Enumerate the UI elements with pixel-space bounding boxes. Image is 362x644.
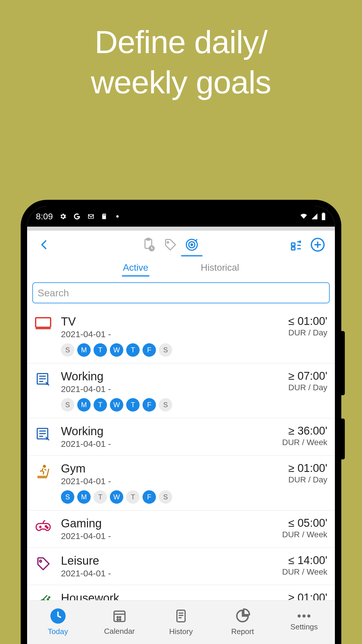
goal-title: Leisure [61, 554, 259, 567]
goal-date: 2021-04-01 - [61, 384, 259, 394]
day-pill: F [143, 343, 156, 357]
goal-date: 2021-04-01 - [61, 439, 259, 449]
svg-point-31 [117, 617, 118, 618]
bottom-nav-settings[interactable]: Settings [273, 613, 335, 631]
goal-title: Housework [61, 592, 259, 600]
svg-point-3 [167, 242, 168, 243]
dots-icon [297, 613, 311, 620]
goal-item[interactable]: Gym 2021-04-01 - SMTWTFS ≥ 01:00' DUR / … [27, 456, 335, 510]
day-pill: M [77, 343, 91, 357]
day-pill: S [159, 398, 172, 412]
svg-point-22 [45, 526, 47, 527]
svg-point-33 [117, 619, 118, 620]
reorder-icon[interactable] [287, 236, 305, 254]
goal-item[interactable]: TV 2021-04-01 - SMTWTFS ≤ 01:00' DUR / D… [27, 309, 335, 363]
status-bar: 8:09 [27, 206, 335, 227]
tag-icon[interactable] [161, 236, 179, 254]
svg-point-25 [47, 599, 49, 600]
day-pill: M [77, 490, 91, 504]
battery-icon [321, 212, 326, 220]
goal-unit: DUR / Day [266, 328, 327, 337]
svg-rect-7 [291, 243, 295, 246]
bottom-nav-today[interactable]: Today [27, 608, 89, 636]
goal-date: 2021-04-01 - [61, 329, 259, 339]
phone-frame: 8:09 [21, 200, 341, 644]
search-input[interactable] [32, 282, 330, 303]
promo-title: Define daily/ weekly goals [91, 22, 271, 102]
signal-icon [311, 213, 318, 220]
status-time: 8:09 [36, 211, 53, 221]
bottom-nav-label: History [169, 627, 193, 636]
day-pill: S [159, 343, 172, 357]
goal-unit: DUR / Week [266, 567, 327, 577]
bottom-nav-history[interactable]: History [150, 608, 212, 636]
bottom-nav-label: Calendar [104, 627, 135, 636]
svg-point-24 [40, 560, 42, 562]
screen: 8:09 [27, 206, 335, 644]
day-pill: T [126, 490, 140, 504]
calendar-icon [112, 609, 127, 624]
goal-item[interactable]: Leisure 2021-04-01 - ≤ 14:00' DUR / Week [27, 548, 335, 585]
svg-rect-8 [291, 247, 295, 250]
tv-icon [33, 315, 53, 357]
day-pill: W [110, 343, 123, 357]
gear-icon [59, 213, 67, 220]
tag-icon [33, 554, 53, 578]
goal-title: Working [61, 425, 259, 438]
bottom-nav-report[interactable]: Report [212, 608, 273, 636]
toolbar-active-underline [181, 255, 203, 256]
dot-icon [116, 215, 119, 218]
google-g-icon [73, 213, 81, 220]
gamepad-icon [33, 517, 53, 541]
goals-list[interactable]: TV 2021-04-01 - SMTWTFS ≤ 01:00' DUR / D… [27, 309, 335, 600]
mail-icon [87, 213, 95, 220]
sd-card-icon [101, 213, 108, 220]
bottom-nav-label: Today [48, 627, 68, 636]
report-icon [235, 608, 250, 625]
target-icon[interactable] [183, 236, 201, 254]
goal-item[interactable]: Working 2021-04-01 - ≥ 36:00' DUR / Week [27, 418, 335, 456]
goal-unit: DUR / Day [266, 475, 327, 484]
day-pill: W [110, 398, 123, 412]
day-pill: S [61, 398, 74, 412]
svg-point-20 [43, 465, 45, 467]
segment-tabs: Active Historical [27, 258, 335, 279]
svg-rect-10 [36, 318, 50, 327]
day-pill: T [94, 343, 107, 357]
day-pill: T [94, 398, 107, 412]
goal-title: TV [61, 315, 259, 328]
day-pill: F [143, 398, 156, 412]
back-button[interactable] [35, 236, 53, 254]
days-row: SMTWTFS [61, 343, 259, 357]
goal-item[interactable]: Housework 2021-04-01 - Everyday ≥ 01:00'… [27, 585, 335, 600]
svg-point-23 [47, 527, 48, 528]
bottom-nav-label: Report [231, 627, 254, 636]
clipboard-clock-icon[interactable] [140, 236, 158, 254]
day-pill: M [77, 398, 91, 412]
day-pill: W [110, 490, 123, 504]
bottom-nav-label: Settings [290, 622, 318, 631]
day-pill: T [126, 343, 140, 357]
goal-item[interactable]: Gaming 2021-04-01 - ≤ 05:00' DUR / Week [27, 510, 335, 548]
tab-historical[interactable]: Historical [201, 262, 239, 276]
treadmill-icon [33, 462, 53, 504]
day-pill: S [159, 490, 172, 504]
wifi-icon [299, 213, 308, 220]
history-icon [174, 608, 188, 625]
goal-unit: DUR / Week [266, 438, 327, 447]
bottom-nav-calendar[interactable]: Calendar [89, 609, 150, 636]
svg-point-32 [120, 617, 121, 618]
goal-unit: DUR / Week [266, 530, 327, 539]
svg-point-6 [191, 244, 193, 246]
bottom-nav: Today Calendar History Report Settings [27, 600, 335, 644]
add-button[interactable] [309, 236, 327, 254]
toolbar [27, 231, 335, 258]
clock-icon [50, 608, 66, 625]
goal-value: ≥ 07:00' [266, 370, 327, 382]
day-pill: S [61, 343, 74, 357]
goal-item[interactable]: Working 2021-04-01 - SMTWTFS ≥ 07:00' DU… [27, 363, 335, 418]
day-pill: T [94, 490, 107, 504]
tab-active[interactable]: Active [123, 262, 148, 276]
card-top-edge [27, 227, 335, 231]
days-row: SMTWTFS [61, 398, 259, 412]
